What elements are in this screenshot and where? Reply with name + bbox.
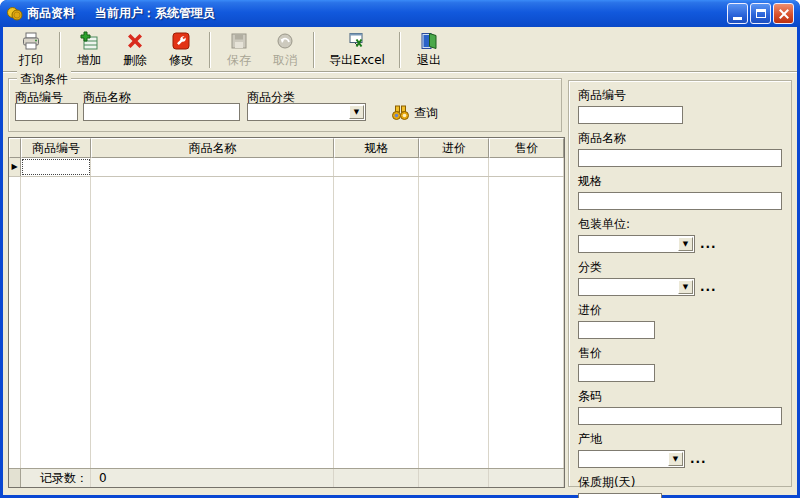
packaging-unit-dropdown-button[interactable]: ▼ bbox=[678, 237, 693, 251]
detail-purchase-price-input[interactable] bbox=[578, 321, 655, 339]
grid-current-row: ▶ bbox=[9, 158, 564, 177]
cancel-button-label: 取消 bbox=[273, 52, 297, 69]
exit-button[interactable]: 退出 bbox=[406, 29, 452, 71]
print-button[interactable]: 打印 bbox=[8, 29, 54, 71]
origin-more-button[interactable]: ... bbox=[690, 452, 707, 466]
app-coins-icon bbox=[6, 5, 23, 22]
query-group-title: 查询条件 bbox=[17, 71, 71, 88]
grid-cell-spec[interactable] bbox=[334, 158, 419, 176]
detail-product-code-label: 商品编号 bbox=[578, 87, 782, 104]
grid-cell-product-name[interactable] bbox=[91, 158, 334, 176]
grid-cell-product-code[interactable] bbox=[21, 158, 91, 176]
category-more-button[interactable]: ... bbox=[700, 280, 717, 294]
delete-button[interactable]: 删除 bbox=[112, 29, 158, 71]
record-count-value: 0 bbox=[99, 471, 107, 485]
detail-panel: 商品编号 商品名称 规格 包装单位: ▼ ... 分类 ▼ bbox=[568, 80, 792, 487]
detail-packaging-unit-label: 包装单位: bbox=[578, 216, 782, 233]
export-excel-icon bbox=[347, 31, 367, 51]
minimize-icon bbox=[733, 17, 742, 20]
grid-cell-sale-price[interactable] bbox=[489, 158, 564, 176]
col-header-purchase-price: 进价 bbox=[419, 138, 489, 158]
close-icon bbox=[778, 8, 790, 20]
chevron-down-icon: ▼ bbox=[354, 109, 359, 116]
detail-category-label: 分类 bbox=[578, 259, 782, 276]
add-button-label: 增加 bbox=[77, 52, 101, 69]
search-button[interactable]: 查询 bbox=[387, 102, 442, 124]
exit-icon bbox=[419, 31, 439, 51]
detail-product-code-input[interactable] bbox=[578, 106, 683, 124]
window-title: 商品资料 bbox=[27, 5, 75, 22]
row-selector-cell[interactable]: ▶ bbox=[9, 158, 21, 176]
products-grid: 商品编号 商品名称 规格 进价 售价 ▶ bbox=[8, 137, 565, 488]
detail-spec-label: 规格 bbox=[578, 173, 782, 190]
detail-sale-price-input[interactable] bbox=[578, 364, 655, 382]
category-dropdown-button[interactable]: ▼ bbox=[678, 280, 693, 294]
exit-button-label: 退出 bbox=[417, 52, 441, 69]
maximize-button[interactable] bbox=[750, 3, 771, 24]
maximize-icon bbox=[756, 9, 766, 18]
current-row-marker-icon: ▶ bbox=[11, 163, 17, 171]
print-button-label: 打印 bbox=[19, 52, 43, 69]
client-area: 打印 增加 删除 bbox=[3, 27, 797, 495]
cancel-button: 取消 bbox=[262, 29, 308, 71]
query-category-combo[interactable]: ▼ bbox=[247, 103, 366, 121]
col-header-product-name: 商品名称 bbox=[91, 138, 334, 158]
save-button: 保存 bbox=[216, 29, 262, 71]
toolbar-separator bbox=[399, 32, 401, 68]
window-controls bbox=[727, 3, 794, 24]
grid-footer-row: 记录数： 0 bbox=[9, 468, 564, 487]
query-category-dropdown-button[interactable]: ▼ bbox=[349, 105, 364, 119]
title-bar: 商品资料 当前用户：系统管理员 bbox=[0, 0, 800, 27]
add-button[interactable]: 增加 bbox=[66, 29, 112, 71]
origin-dropdown-button[interactable]: ▼ bbox=[668, 452, 683, 466]
export-excel-button[interactable]: 导出Excel bbox=[320, 29, 394, 71]
detail-shelf-life-input[interactable] bbox=[578, 493, 662, 498]
current-user-label: 当前用户：系统管理员 bbox=[95, 5, 215, 22]
search-button-label: 查询 bbox=[414, 105, 438, 122]
cancel-icon bbox=[275, 31, 295, 51]
detail-sale-price-label: 售价 bbox=[578, 345, 782, 362]
toolbar: 打印 增加 删除 bbox=[3, 27, 797, 73]
grid-empty-body bbox=[9, 177, 564, 468]
chevron-down-icon: ▼ bbox=[673, 456, 678, 463]
query-product-code-input[interactable] bbox=[15, 103, 78, 121]
toolbar-separator bbox=[313, 32, 315, 68]
edit-button-label: 修改 bbox=[169, 52, 193, 69]
detail-packaging-unit-combo[interactable]: ▼ bbox=[578, 235, 695, 253]
detail-product-name-input[interactable] bbox=[578, 149, 782, 167]
detail-spec-input[interactable] bbox=[578, 192, 782, 210]
minimize-button[interactable] bbox=[727, 3, 748, 24]
chevron-down-icon: ▼ bbox=[683, 241, 688, 248]
close-button[interactable] bbox=[773, 3, 794, 24]
save-icon bbox=[229, 31, 249, 51]
add-icon bbox=[79, 31, 99, 51]
detail-purchase-price-label: 进价 bbox=[578, 302, 782, 319]
detail-barcode-input[interactable] bbox=[578, 407, 782, 425]
save-button-label: 保存 bbox=[227, 52, 251, 69]
toolbar-separator bbox=[209, 32, 211, 68]
detail-barcode-label: 条码 bbox=[578, 388, 782, 405]
grid-header-row: 商品编号 商品名称 规格 进价 售价 bbox=[9, 138, 564, 158]
printer-icon bbox=[21, 31, 41, 51]
toolbar-separator bbox=[59, 32, 61, 68]
query-conditions-group: 查询条件 商品编号 商品名称 商品分类 ▼ 查询 bbox=[8, 78, 562, 132]
delete-button-label: 删除 bbox=[123, 52, 147, 69]
col-header-spec: 规格 bbox=[334, 138, 419, 158]
edit-icon bbox=[171, 31, 191, 51]
detail-product-name-label: 商品名称 bbox=[578, 130, 782, 147]
binoculars-icon bbox=[391, 105, 410, 121]
detail-shelf-life-label: 保质期(天) bbox=[578, 474, 782, 491]
packaging-unit-more-button[interactable]: ... bbox=[700, 237, 717, 251]
detail-origin-label: 产地 bbox=[578, 431, 782, 448]
edit-button[interactable]: 修改 bbox=[158, 29, 204, 71]
grid-cell-purchase-price[interactable] bbox=[419, 158, 489, 176]
export-excel-button-label: 导出Excel bbox=[329, 52, 385, 69]
detail-category-combo[interactable]: ▼ bbox=[578, 278, 695, 296]
app-window: 商品资料 当前用户：系统管理员 打印 bbox=[0, 0, 800, 498]
query-product-name-input[interactable] bbox=[83, 103, 240, 121]
detail-origin-combo[interactable]: ▼ bbox=[578, 450, 685, 468]
record-count-label: 记录数： bbox=[40, 470, 88, 487]
delete-icon bbox=[125, 31, 145, 51]
col-header-product-code: 商品编号 bbox=[21, 138, 91, 158]
col-header-sale-price: 售价 bbox=[489, 138, 564, 158]
